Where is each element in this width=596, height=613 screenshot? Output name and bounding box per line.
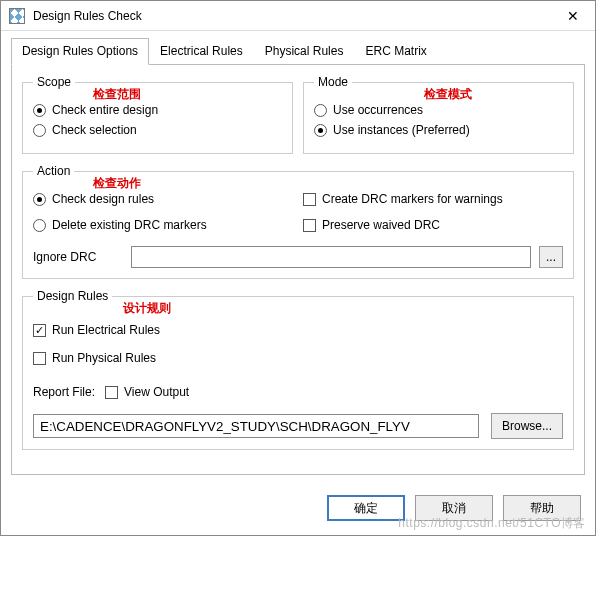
ignore-drc-input[interactable] (131, 246, 531, 268)
radio-icon (314, 124, 327, 137)
dialog-window: Design Rules Check ✕ Design Rules Option… (0, 0, 596, 536)
check-run-electrical-rules[interactable]: Run Electrical Rules (33, 323, 563, 337)
checkbox-icon (33, 324, 46, 337)
radio-delete-existing-drc[interactable]: Delete existing DRC markers (33, 218, 293, 232)
checkbox-label: Preserve waived DRC (322, 218, 440, 232)
ignore-drc-browse-button[interactable]: ... (539, 246, 563, 268)
action-annotation: 检查动作 (93, 175, 141, 192)
checkbox-icon (303, 193, 316, 206)
radio-use-occurrences[interactable]: Use occurrences (314, 103, 563, 117)
check-view-output[interactable]: View Output (105, 385, 189, 399)
close-button[interactable]: ✕ (551, 1, 595, 30)
mode-annotation: 检查模式 (424, 86, 472, 103)
ignore-drc-label: Ignore DRC (33, 250, 123, 264)
app-icon (9, 8, 25, 24)
radio-icon (33, 104, 46, 117)
scope-legend: Scope (33, 75, 75, 89)
scope-group: Scope 检查范围 Check entire design Check sel… (22, 75, 293, 154)
design-rules-annotation: 设计规则 (123, 300, 171, 317)
check-preserve-waived-drc[interactable]: Preserve waived DRC (303, 218, 563, 232)
check-create-drc-markers[interactable]: Create DRC markers for warnings (303, 192, 563, 206)
checkbox-icon (303, 219, 316, 232)
titlebar: Design Rules Check ✕ (1, 1, 595, 31)
tab-erc-matrix[interactable]: ERC Matrix (354, 38, 437, 65)
ok-button[interactable]: 确定 (327, 495, 405, 521)
check-run-physical-rules[interactable]: Run Physical Rules (33, 351, 563, 365)
radio-label: Check selection (52, 123, 137, 137)
radio-label: Check design rules (52, 192, 154, 206)
design-rules-legend: Design Rules (33, 289, 112, 303)
tab-physical-rules[interactable]: Physical Rules (254, 38, 355, 65)
design-rules-group: Design Rules 设计规则 Run Electrical Rules R… (22, 289, 574, 450)
mode-group: Mode 检查模式 Use occurrences Use instances … (303, 75, 574, 154)
checkbox-label: Run Physical Rules (52, 351, 156, 365)
radio-check-selection[interactable]: Check selection (33, 123, 282, 137)
radio-icon (33, 219, 46, 232)
browse-button[interactable]: Browse... (491, 413, 563, 439)
scope-annotation: 检查范围 (93, 86, 141, 103)
report-file-input[interactable] (33, 414, 479, 438)
radio-check-design-rules[interactable]: Check design rules (33, 192, 293, 206)
radio-label: Use occurrences (333, 103, 423, 117)
window-title: Design Rules Check (33, 9, 551, 23)
tab-strip: Design Rules Options Electrical Rules Ph… (1, 31, 595, 64)
mode-legend: Mode (314, 75, 352, 89)
radio-icon (33, 124, 46, 137)
action-legend: Action (33, 164, 74, 178)
radio-check-entire-design[interactable]: Check entire design (33, 103, 282, 117)
report-file-label: Report File: (33, 385, 95, 399)
checkbox-label: Create DRC markers for warnings (322, 192, 503, 206)
radio-label: Use instances (Preferred) (333, 123, 470, 137)
watermark-text: https://blog.csdn.net/51CTO博客 (398, 515, 586, 532)
checkbox-label: Run Electrical Rules (52, 323, 160, 337)
tab-page: Scope 检查范围 Check entire design Check sel… (11, 64, 585, 475)
radio-icon (314, 104, 327, 117)
tab-electrical-rules[interactable]: Electrical Rules (149, 38, 254, 65)
checkbox-icon (33, 352, 46, 365)
checkbox-icon (105, 386, 118, 399)
radio-use-instances[interactable]: Use instances (Preferred) (314, 123, 563, 137)
action-group: Action 检查动作 Check design rules Create DR… (22, 164, 574, 279)
radio-label: Delete existing DRC markers (52, 218, 207, 232)
radio-icon (33, 193, 46, 206)
checkbox-label: View Output (124, 385, 189, 399)
radio-label: Check entire design (52, 103, 158, 117)
tab-design-rules-options[interactable]: Design Rules Options (11, 38, 149, 65)
